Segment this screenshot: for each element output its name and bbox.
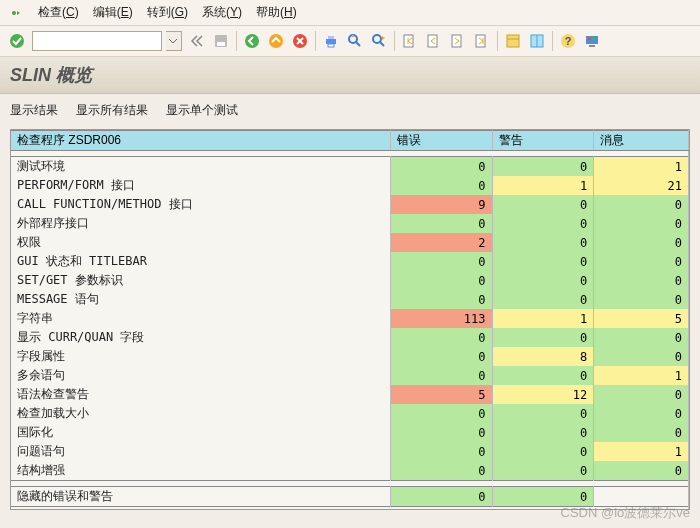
menu-bar: 检查(C)编辑(E)转到(G)系统(Y)帮助(H) [0,0,700,26]
col-header-errors[interactable]: 错误 [390,131,492,151]
show-all-results-button[interactable]: 显示所有结果 [76,102,148,119]
menu-item[interactable]: 系统(Y) [202,5,242,19]
find-icon[interactable] [344,30,366,52]
table-row[interactable]: 外部程序接口000 [11,214,689,233]
menu-item[interactable]: 帮助(H) [256,5,297,19]
cell-warn: 12 [492,385,594,404]
cell-err: 0 [390,157,492,177]
show-results-button[interactable]: 显示结果 [10,102,58,119]
last-page-icon[interactable] [471,30,493,52]
row-label: 权限 [11,233,390,252]
results-table: 检查程序 ZSDR006 错误 警告 消息 测试环境001PERFORM/FOR… [11,130,689,509]
cell-err: 113 [390,309,492,328]
cell-warn: 0 [492,328,594,347]
cell-msg: 0 [594,290,689,309]
row-label: 字段属性 [11,347,390,366]
cell-err: 0 [390,290,492,309]
cell-msg: 0 [594,423,689,442]
prev-page-icon[interactable] [423,30,445,52]
first-page-icon[interactable] [399,30,421,52]
cell-err: 0 [390,423,492,442]
cell-err: 0 [390,271,492,290]
cell-warn: 0 [492,195,594,214]
command-field-dropdown[interactable] [166,31,182,51]
menu-item[interactable]: 检查(C) [38,5,79,19]
next-page-icon[interactable] [447,30,469,52]
save-icon[interactable] [210,30,232,52]
cell-warn: 1 [492,176,594,195]
command-field[interactable] [32,31,162,51]
cell-err: 5 [390,385,492,404]
svg-rect-19 [507,35,519,47]
cell-warn: 0 [492,214,594,233]
show-single-test-button[interactable]: 显示单个测试 [166,102,238,119]
watermark: CSDN @lo波德莱尔ve [561,504,691,522]
row-label: 测试环境 [11,157,390,177]
row-label: CALL FUNCTION/METHOD 接口 [11,195,390,214]
col-header-warnings[interactable]: 警告 [492,131,594,151]
table-row[interactable]: GUI 状态和 TITLEBAR000 [11,252,689,271]
table-row[interactable]: MESSAGE 语句000 [11,290,689,309]
gui-icon[interactable] [581,30,603,52]
svg-rect-27 [588,38,591,40]
menu-item[interactable]: 转到(G) [147,5,188,19]
svg-rect-18 [476,35,485,47]
help-icon[interactable]: ? [557,30,579,52]
row-label: 国际化 [11,423,390,442]
table-row[interactable]: 国际化000 [11,423,689,442]
table-row[interactable]: 多余语句001 [11,366,689,385]
cell-msg: 1 [594,366,689,385]
cell-err: 0 [390,214,492,233]
cell-err: 0 [390,487,492,507]
layout2-icon[interactable] [526,30,548,52]
table-row[interactable]: 检查加载大小000 [11,404,689,423]
table-row[interactable]: PERFORM/FORM 接口0121 [11,176,689,195]
col-header-program[interactable]: 检查程序 ZSDR006 [11,131,390,151]
cell-err: 0 [390,442,492,461]
back-green-icon[interactable] [241,30,263,52]
table-row[interactable]: SET/GET 参数标识000 [11,271,689,290]
toolbar-separator [497,31,498,51]
table-row[interactable]: 字段属性080 [11,347,689,366]
svg-line-14 [380,42,384,46]
svg-rect-8 [328,36,334,39]
table-row[interactable]: 字符串11315 [11,309,689,328]
print-icon[interactable] [320,30,342,52]
table-row[interactable]: 语法检查警告5120 [11,385,689,404]
cell-warn: 0 [492,233,594,252]
cancel-red-icon[interactable] [289,30,311,52]
row-label: 检查加载大小 [11,404,390,423]
menu-item[interactable]: 编辑(E) [93,5,133,19]
cell-err: 0 [390,176,492,195]
table-row[interactable]: 测试环境001 [11,157,689,177]
svg-point-1 [10,34,24,48]
col-header-messages[interactable]: 消息 [594,131,689,151]
toolbar-separator [315,31,316,51]
cell-msg: 0 [594,347,689,366]
cell-msg: 1 [594,157,689,177]
page-title: SLIN 概览 [0,57,700,94]
row-label: 语法检查警告 [11,385,390,404]
cell-err: 0 [390,366,492,385]
find-next-icon[interactable] [368,30,390,52]
cell-msg: 0 [594,404,689,423]
cell-msg: 5 [594,309,689,328]
row-label: 显示 CURR/QUAN 字段 [11,328,390,347]
row-label: 结构增强 [11,461,390,481]
table-row[interactable]: 结构增强000 [11,461,689,481]
up-orange-icon[interactable] [265,30,287,52]
layout1-icon[interactable] [502,30,524,52]
cell-warn: 8 [492,347,594,366]
table-row[interactable]: 显示 CURR/QUAN 字段000 [11,328,689,347]
ok-button[interactable] [6,30,28,52]
svg-rect-16 [428,35,437,47]
table-row[interactable]: CALL FUNCTION/METHOD 接口900 [11,195,689,214]
svg-point-5 [269,34,283,48]
table-row[interactable]: 权限200 [11,233,689,252]
row-label: 外部程序接口 [11,214,390,233]
toolbar-separator [394,31,395,51]
chevrons-left-icon[interactable] [186,30,208,52]
table-row[interactable]: 问题语句001 [11,442,689,461]
results-panel: 检查程序 ZSDR006 错误 警告 消息 测试环境001PERFORM/FOR… [10,129,690,510]
svg-rect-7 [326,39,336,44]
